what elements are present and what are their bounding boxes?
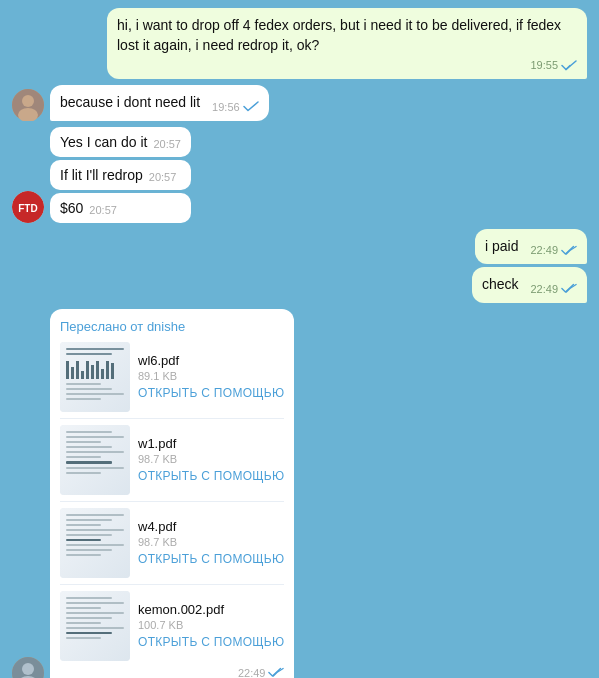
avatar-2	[12, 657, 44, 678]
message-text: $60	[60, 200, 83, 216]
incoming-bubble-3: $60 20:57	[50, 193, 191, 223]
incoming-message-wrapper-1: because i dont need lit 19:56	[12, 85, 587, 121]
file-size: 89.1 KB	[138, 370, 284, 382]
message-time: 22:49	[530, 283, 558, 295]
file-thumb-3	[60, 508, 130, 578]
message-meta: 20:57	[149, 171, 177, 183]
forwarded-message-wrapper: Переслано от dnishe	[12, 309, 587, 678]
file-open-button-3[interactable]: ОТКРЫТЬ С ПОМОЩЬЮ	[138, 552, 284, 566]
forwarded-time: 22:49	[238, 667, 266, 678]
file-info-1: wl6.pdf 89.1 KB ОТКРЫТЬ С ПОМОЩЬЮ	[138, 353, 284, 400]
file-thumb-2	[60, 425, 130, 495]
svg-point-6	[22, 663, 34, 675]
incoming-group-wrapper: FTD Yes I can do it 20:57 If lit I'll re…	[12, 127, 587, 223]
file-name: w4.pdf	[138, 519, 284, 534]
file-size: 98.7 KB	[138, 453, 284, 465]
message-meta: 20:57	[89, 204, 117, 216]
incoming-bubble-2: If lit I'll redrop 20:57	[50, 160, 191, 190]
file-info-2: w1.pdf 98.7 KB ОТКРЫТЬ С ПОМОЩЬЮ	[138, 436, 284, 483]
forwarded-block: Переслано от dnishe	[50, 309, 294, 678]
file-item-4: kemon.002.pdf 100.7 KB ОТКРЫТЬ С ПОМОЩЬЮ	[60, 591, 284, 661]
message-meta: 22:49	[522, 244, 577, 256]
file-divider-3	[60, 584, 284, 585]
outgoing-bubble-paid: i paid 22:49	[475, 229, 587, 265]
forwarded-checkmarks	[268, 667, 284, 678]
outgoing-group: i paid 22:49 check 22:49	[12, 229, 587, 303]
svg-point-1	[22, 95, 34, 107]
file-size: 98.7 KB	[138, 536, 284, 548]
read-checkmarks	[561, 283, 577, 294]
file-open-button-4[interactable]: ОТКРЫТЬ С ПОМОЩЬЮ	[138, 635, 284, 649]
message-time: 22:49	[530, 244, 558, 256]
svg-text:FTD: FTD	[18, 203, 37, 214]
incoming-group: Yes I can do it 20:57 If lit I'll redrop…	[50, 127, 191, 223]
read-checkmarks	[243, 101, 259, 112]
read-checkmarks	[561, 60, 577, 71]
file-divider-1	[60, 418, 284, 419]
file-item-3: w4.pdf 98.7 KB ОТКРЫТЬ С ПОМОЩЬЮ	[60, 508, 284, 578]
forwarded-from: Переслано от dnishe	[60, 319, 284, 334]
file-name: w1.pdf	[138, 436, 284, 451]
incoming-bubble-1: Yes I can do it 20:57	[50, 127, 191, 157]
read-checkmarks	[561, 245, 577, 256]
message-text: If lit I'll redrop	[60, 167, 143, 183]
file-name: wl6.pdf	[138, 353, 284, 368]
file-thumb-4	[60, 591, 130, 661]
message-meta: 19:55	[522, 59, 577, 71]
incoming-message-1: because i dont need lit 19:56	[50, 85, 269, 121]
forwarded-meta: 22:49	[60, 667, 284, 678]
file-size: 100.7 KB	[138, 619, 284, 631]
file-name: kemon.002.pdf	[138, 602, 284, 617]
outgoing-bubble-check: check 22:49	[472, 267, 587, 303]
file-open-button-2[interactable]: ОТКРЫТЬ С ПОМОЩЬЮ	[138, 469, 284, 483]
outgoing-message-1: hi, i want to drop off 4 fedex orders, b…	[107, 8, 587, 79]
message-text: Yes I can do it	[60, 134, 147, 150]
message-meta: 19:56	[204, 101, 259, 113]
file-info-4: kemon.002.pdf 100.7 KB ОТКРЫТЬ С ПОМОЩЬЮ	[138, 602, 284, 649]
file-info-3: w4.pdf 98.7 KB ОТКРЫТЬ С ПОМОЩЬЮ	[138, 519, 284, 566]
avatar-logo: FTD	[12, 191, 44, 223]
file-open-button-1[interactable]: ОТКРЫТЬ С ПОМОЩЬЮ	[138, 386, 284, 400]
file-item-1: wl6.pdf 89.1 KB ОТКРЫТЬ С ПОМОЩЬЮ	[60, 342, 284, 412]
file-thumb-1	[60, 342, 130, 412]
chat-container: hi, i want to drop off 4 fedex orders, b…	[0, 0, 599, 678]
message-text: check	[482, 275, 519, 295]
file-divider-2	[60, 501, 284, 502]
message-text: i paid	[485, 237, 518, 257]
message-time: 19:55	[530, 59, 558, 71]
avatar-1	[12, 89, 44, 121]
message-text: because i dont need lit	[60, 93, 200, 113]
message-meta: 20:57	[153, 138, 181, 150]
message-text: hi, i want to drop off 4 fedex orders, b…	[117, 16, 577, 55]
file-item-2: w1.pdf 98.7 KB ОТКРЫТЬ С ПОМОЩЬЮ	[60, 425, 284, 495]
message-time: 19:56	[212, 101, 240, 113]
message-meta: 22:49	[522, 283, 577, 295]
